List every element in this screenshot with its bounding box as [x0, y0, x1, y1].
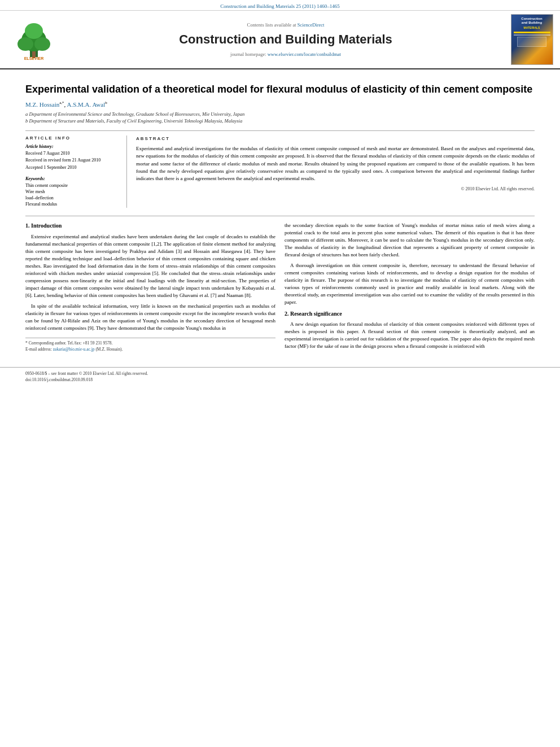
right-para2: A thorough investigation on thin cement … — [285, 262, 535, 306]
cover-title-line1: Construction and Building — [521, 17, 542, 25]
body-two-column: 1. Introduction Extensive experimental a… — [25, 216, 535, 353]
section2-text: A new design equation for flexural modul… — [285, 321, 535, 350]
article-info-title: ARTICLE INFO — [25, 136, 121, 141]
elsevier-logo-icon: ELSEVIER — [8, 19, 59, 61]
footer-doi: doi:10.1016/j.conbuildmat.2010.09.018 — [25, 377, 535, 382]
keyword-1: Thin cement composite — [25, 183, 121, 188]
affiliations: a Department of Environmental Science an… — [25, 111, 535, 125]
journal-citation-text: Construction and Building Materials 25 (… — [220, 3, 340, 9]
keywords-section: Keywords: Thin cement composite Wire mes… — [25, 176, 121, 207]
journal-citation-bar: Construction and Building Materials 25 (… — [0, 0, 560, 11]
abstract-title: ABSTRACT — [136, 136, 535, 142]
authors-line: M.Z. Hossaina,*, A.S.M.A. Awalb — [25, 101, 535, 108]
article-info-column: ARTICLE INFO Article history: Received 7… — [25, 136, 127, 208]
body-right-column: the secondary direction equals to the so… — [285, 222, 535, 353]
main-content: Experimental validation of a theoretical… — [0, 69, 560, 360]
page: Construction and Building Materials 25 (… — [0, 0, 560, 747]
svg-point-5 — [25, 23, 43, 39]
email-line: E-mail address: zakaria@bio.mie-u.ac.jp … — [25, 347, 275, 353]
cover-subtitle: MATERIALS — [524, 26, 540, 29]
affiliation-a: a Department of Environmental Science an… — [25, 111, 535, 118]
svg-point-3 — [18, 37, 33, 51]
history-label: Article history: — [25, 144, 121, 149]
author-awal: A.S.M.A. Awal — [67, 101, 105, 108]
journal-header: ELSEVIER Contents lists available at Sci… — [0, 11, 560, 69]
keyword-3: load–deflection — [25, 195, 121, 200]
accepted-date: Accepted 1 September 2010 — [25, 165, 121, 171]
keyword-2: Wire mesh — [25, 189, 121, 194]
section2-heading: 2. Research significance — [285, 310, 535, 318]
body-left-column: 1. Introduction Extensive experimental a… — [25, 222, 275, 353]
journal-cover-image: Construction and Building MATERIALS — [511, 14, 553, 65]
intro-para1: Extensive experimental and analytical st… — [25, 233, 275, 299]
email-link[interactable]: zakaria@bio.mie-u.ac.jp — [53, 347, 95, 352]
page-footer: 0950-0618/$ – see front matter © 2010 El… — [0, 367, 560, 387]
copyright-line: © 2010 Elsevier Ltd. All rights reserved… — [136, 186, 535, 193]
affiliation-b: b Department of Structure and Materials,… — [25, 118, 535, 125]
journal-homepage: journal homepage: www.elsevier.com/locat… — [230, 51, 341, 57]
journal-cover-area: Construction and Building MATERIALS — [509, 14, 554, 65]
elsevier-logo-area: ELSEVIER — [6, 14, 62, 65]
corresponding-author-note: * Corresponding author. Tel./fax: +81 59… — [25, 338, 275, 353]
svg-text:ELSEVIER: ELSEVIER — [24, 56, 44, 60]
author-hossain: M.Z. Hossain — [25, 101, 59, 108]
journal-title: Construction and Building Materials — [179, 32, 392, 47]
journal-homepage-link[interactable]: www.elsevier.com/locate/conbuildmat — [268, 51, 341, 57]
sciencedirect-link[interactable]: ScienceDirect — [298, 22, 325, 28]
footer-issn: 0950-0618/$ – see front matter © 2010 El… — [25, 371, 535, 376]
sciencedirect-line: Contents lists available at ScienceDirec… — [247, 22, 325, 28]
keywords-label: Keywords: — [25, 176, 121, 181]
keyword-4: Flexural modulus — [25, 202, 121, 207]
article-title: Experimental validation of a theoretical… — [25, 83, 535, 96]
abstract-text: Experimental and analytical investigatio… — [136, 145, 535, 182]
intro-para2: In spite of the available technical info… — [25, 303, 275, 332]
abstract-column: ABSTRACT Experimental and analytical inv… — [136, 136, 535, 208]
section1-heading: 1. Introduction — [25, 222, 275, 230]
journal-header-center: Contents lists available at ScienceDirec… — [67, 14, 505, 65]
article-info-abstract-section: ARTICLE INFO Article history: Received 7… — [25, 130, 535, 208]
right-para1: the secondary direction equals to the so… — [285, 222, 535, 259]
received-date: Received 7 August 2010 — [25, 151, 121, 156]
corresponding-note-text: * Corresponding author. Tel./fax: +81 59… — [25, 340, 275, 347]
svg-point-4 — [34, 37, 50, 51]
received-revised-date: Received in revised form 21 August 2010 — [25, 158, 121, 163]
